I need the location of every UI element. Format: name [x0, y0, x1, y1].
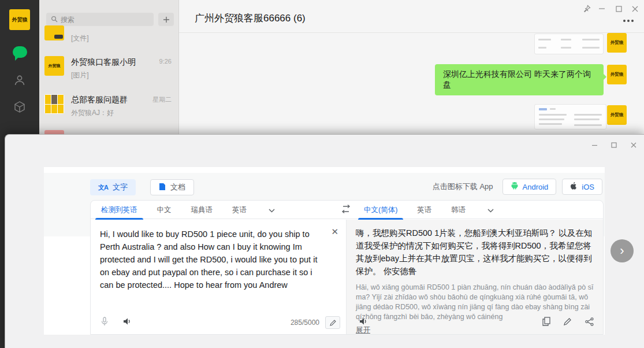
translated-text: 嗨，我想购买RD500 1片装，您船到澳大利亚珀斯吗？ 以及在知道我受保护的情况…: [356, 227, 594, 277]
close-icon[interactable]: [628, 3, 641, 14]
minimize-icon[interactable]: [589, 140, 600, 150]
image-message[interactable]: [534, 34, 604, 54]
search-icon: [51, 14, 58, 25]
avatar-tile: [51, 105, 57, 114]
close-icon[interactable]: [628, 140, 639, 150]
download-hint: 点击图标下载 App: [433, 182, 493, 192]
maximize-icon[interactable]: [612, 3, 625, 14]
image-line: [550, 108, 556, 110]
contacts-icon[interactable]: [13, 74, 26, 89]
text-message-bubble[interactable]: 深圳亿上光科技有限公司 昨天来了两个询盘: [435, 64, 604, 95]
list-item-title: 总部客服问题群: [71, 95, 128, 105]
avatar: 外贸狼: [44, 56, 64, 76]
chats-icon[interactable]: [13, 46, 27, 58]
search-input[interactable]: [46, 13, 154, 26]
ios-download-button[interactable]: iOS: [562, 179, 602, 195]
list-item-subtitle: [图片]: [71, 71, 89, 80]
minimize-icon[interactable]: [595, 3, 608, 14]
avatar-tile: [45, 105, 51, 114]
user-avatar[interactable]: 外贸狼: [9, 9, 30, 30]
avatar-tile: [58, 105, 64, 114]
image-line: [539, 108, 547, 110]
tab-document-mode[interactable]: 文档: [150, 179, 194, 195]
android-icon: [511, 182, 519, 192]
list-item-title: 外贸狼口客服小明: [71, 57, 136, 68]
tab-target-language[interactable]: 韩语: [445, 201, 471, 219]
image-line: [574, 124, 602, 126]
store-button-label: iOS: [582, 183, 594, 191]
list-item-time: 星期二: [152, 95, 172, 104]
avatar-tile: [58, 95, 64, 104]
image-line: [574, 119, 600, 120]
next-page-button[interactable]: ›: [611, 239, 634, 262]
suggest-edit-icon[interactable]: [564, 317, 572, 328]
chevron-down-icon[interactable]: [487, 205, 494, 215]
maximize-icon[interactable]: [608, 140, 620, 150]
list-item-subtitle: [文件]: [71, 34, 89, 43]
group-avatar: [44, 94, 64, 114]
chevron-down-icon[interactable]: [269, 205, 275, 215]
chat-title: 广州外贸狼客服66666 (6): [195, 12, 306, 25]
tab-target-language[interactable]: 英语: [411, 201, 437, 219]
tab-label: 文字: [113, 182, 128, 192]
microphone-icon[interactable]: [101, 317, 108, 328]
translate-card: 检测到英语 中文 瑞典语 英语 中文(简体) 英语 韩语: [90, 200, 604, 335]
list-item-time: 9:26: [159, 58, 172, 65]
image-line: [538, 39, 551, 40]
pin-icon[interactable]: [580, 3, 593, 14]
more-options-icon[interactable]: [623, 20, 634, 22]
image-line: [582, 47, 600, 49]
tab-target-language[interactable]: 中文(简体): [358, 201, 403, 219]
translate-panels: Hi, I would like to buy RD500 1 piece un…: [91, 220, 603, 334]
image-line: [539, 114, 567, 116]
translator-window: 文A 文字 文档 点击图标下载 App Android: [5, 134, 644, 348]
image-line: [538, 47, 546, 49]
avatar-tile: [45, 95, 51, 104]
translate-icon: 文A: [98, 183, 108, 192]
tab-source-language[interactable]: 中文: [151, 201, 177, 219]
image-line: [574, 114, 602, 116]
source-language-tabs: 检测到英语 中文 瑞典语 英语: [95, 201, 275, 219]
listen-icon[interactable]: [359, 317, 368, 328]
swap-languages-icon[interactable]: [341, 205, 351, 216]
source-text-input[interactable]: Hi, I would like to buy RD500 1 piece un…: [100, 228, 322, 291]
result-footer: [347, 314, 603, 331]
image-line: [561, 47, 571, 49]
favorites-cube-icon[interactable]: [13, 101, 26, 116]
clear-text-icon[interactable]: ✕: [331, 227, 338, 237]
copy-icon[interactable]: [542, 317, 550, 328]
avatar[interactable]: 外贸狼: [607, 65, 627, 84]
tab-source-language[interactable]: 瑞典语: [185, 201, 219, 219]
tab-label: 文档: [170, 182, 185, 192]
edit-input-button[interactable]: [325, 316, 340, 329]
tab-source-language[interactable]: 英语: [226, 201, 252, 219]
image-line: [561, 39, 571, 40]
image-line: [539, 119, 564, 120]
add-chat-button[interactable]: [158, 13, 174, 26]
image-message[interactable]: [534, 104, 606, 129]
apple-icon: [570, 182, 578, 192]
chat-header: 广州外贸狼客服66666 (6): [179, 0, 644, 33]
search-field[interactable]: [61, 16, 142, 24]
avatar-badge: [54, 35, 63, 39]
image-line: [539, 123, 562, 125]
tab-detected-language[interactable]: 检测到英语: [95, 201, 143, 219]
source-panel: Hi, I would like to buy RD500 1 piece un…: [91, 220, 346, 334]
tab-text-mode[interactable]: 文A 文字: [90, 179, 136, 195]
source-footer: 285/5000: [91, 314, 346, 331]
language-tabbar: 检测到英语 中文 瑞典语 英语 中文(简体) 英语 韩语: [91, 201, 603, 219]
translator-page: 文A 文字 文档 点击图标下载 App Android: [44, 167, 605, 335]
avatar: [44, 25, 64, 40]
list-item-subtitle: 外贸狼AJ：好: [71, 108, 114, 118]
target-language-tabs: 中文(简体) 英语 韩语: [358, 201, 494, 219]
screen: 外贸狼 [文件] 外贸狼 外贸狼口客服小明 9:26 [图片]: [0, 0, 644, 348]
share-icon[interactable]: [585, 317, 594, 328]
document-icon: [159, 183, 166, 192]
avatar[interactable]: 外贸狼: [607, 105, 627, 125]
store-button-label: Android: [523, 183, 549, 191]
android-download-button[interactable]: Android: [502, 179, 557, 195]
avatar-tile: [51, 95, 57, 104]
image-line: [582, 39, 600, 40]
avatar[interactable]: 外贸狼: [607, 33, 627, 53]
listen-icon[interactable]: [123, 317, 132, 328]
